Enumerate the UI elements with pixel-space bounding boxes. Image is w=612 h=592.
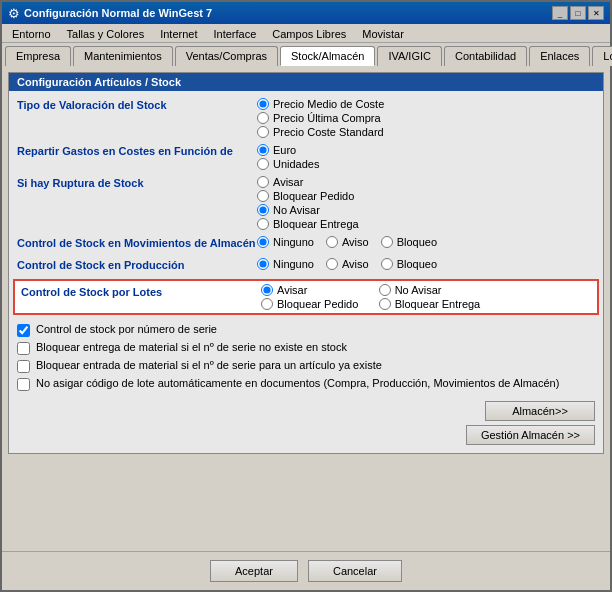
radio-bloquear-pedido[interactable] (257, 190, 269, 202)
checkbox-no-asigar[interactable] (17, 378, 30, 391)
row-lotes: Control de Stock por Lotes Avisar No Avi… (13, 279, 599, 315)
maximize-button[interactable]: □ (570, 6, 586, 20)
label-ruptura: Si hay Ruptura de Stock (17, 176, 257, 189)
checkbox-row-1[interactable]: Control de stock por número de serie (17, 323, 595, 337)
option-no-avisar-lotes[interactable]: No Avisar (379, 284, 481, 296)
menu-entorno[interactable]: Entorno (4, 26, 59, 42)
option-pmc[interactable]: Precio Medio de Coste (257, 98, 384, 110)
label-bloqueo1: Bloqueo (397, 236, 437, 248)
app-icon: ⚙ (8, 6, 20, 21)
radio-avisar[interactable] (257, 176, 269, 188)
bottom-bar: Aceptar Cancelar (2, 551, 610, 590)
label-gastos: Repartir Gastos en Costes en Función de (17, 144, 257, 157)
radio-bloqueo2[interactable] (381, 258, 393, 270)
tab-iva-igic[interactable]: IVA/IGIC (377, 46, 442, 66)
option-bloquear-entrega[interactable]: Bloquear Entrega (257, 218, 359, 230)
radio-ninguno2[interactable] (257, 258, 269, 270)
radio-bloqueo1[interactable] (381, 236, 393, 248)
option-ninguno2[interactable]: Ninguno (257, 258, 314, 270)
tab-enlaces[interactable]: Enlaces (529, 46, 590, 66)
options-lotes: Avisar No Avisar Bloquear Pedido Bl (261, 284, 480, 310)
checkbox-row-4[interactable]: No asigar código de lote automáticamente… (17, 377, 595, 391)
checkbox-bloquear-entrada[interactable] (17, 360, 30, 373)
row-valoracion: Tipo de Valoración del Stock Precio Medi… (9, 95, 603, 141)
cancelar-button[interactable]: Cancelar (308, 560, 402, 582)
option-ninguno1[interactable]: Ninguno (257, 236, 314, 248)
radio-aviso1[interactable] (326, 236, 338, 248)
minimize-button[interactable]: _ (552, 6, 568, 20)
option-avisar[interactable]: Avisar (257, 176, 359, 188)
checkbox-bloquear-entrega[interactable] (17, 342, 30, 355)
radio-aviso2[interactable] (326, 258, 338, 270)
label-lotes: Control de Stock por Lotes (21, 284, 261, 298)
option-bloquear-pedido[interactable]: Bloquear Pedido (257, 190, 359, 202)
window-title: Configuración Normal de WinGest 7 (24, 7, 212, 19)
checkbox-section: Control de stock por número de serie Blo… (9, 317, 603, 397)
radio-euro[interactable] (257, 144, 269, 156)
radio-ninguno1[interactable] (257, 236, 269, 248)
option-bloquear-entrega-lotes[interactable]: Bloquear Entrega (379, 298, 481, 310)
tab-stock-almacen[interactable]: Stock/Almacén (280, 46, 375, 66)
label-no-avisar: No Avisar (273, 204, 320, 216)
radio-pmc[interactable] (257, 98, 269, 110)
option-bloqueo2[interactable]: Bloqueo (381, 258, 437, 270)
option-aviso1[interactable]: Aviso (326, 236, 369, 248)
radio-bloquear-pedido-lotes[interactable] (261, 298, 273, 310)
radio-no-avisar-lotes[interactable] (379, 284, 391, 296)
tab-ventas-compras[interactable]: Ventas/Compras (175, 46, 278, 66)
label-no-avisar-lotes: No Avisar (395, 284, 442, 296)
radio-pcs[interactable] (257, 126, 269, 138)
row-ruptura: Si hay Ruptura de Stock Avisar Bloquear … (9, 173, 603, 233)
label-unidades: Unidades (273, 158, 319, 170)
close-button[interactable]: ✕ (588, 6, 604, 20)
label-aviso1: Aviso (342, 236, 369, 248)
label-bloquear-entrega-lotes: Bloquear Entrega (395, 298, 481, 310)
label-ninguno1: Ninguno (273, 236, 314, 248)
gestion-almacen-button[interactable]: Gestión Almacén >> (466, 425, 595, 445)
option-puc[interactable]: Precio Última Compra (257, 112, 384, 124)
radio-bloquear-entrega-lotes[interactable] (379, 298, 391, 310)
menu-movistar[interactable]: Movistar (354, 26, 412, 42)
menu-interface[interactable]: Interface (205, 26, 264, 42)
label-movimientos: Control de Stock en Movimientos de Almac… (17, 236, 257, 249)
label-pcs: Precio Coste Standard (273, 126, 384, 138)
title-bar: ⚙ Configuración Normal de WinGest 7 _ □ … (2, 2, 610, 24)
row-movimientos: Control de Stock en Movimientos de Almac… (9, 233, 603, 255)
menu-internet[interactable]: Internet (152, 26, 205, 42)
tab-contabilidad[interactable]: Contabilidad (444, 46, 527, 66)
checkbox-serie[interactable] (17, 324, 30, 337)
option-pcs[interactable]: Precio Coste Standard (257, 126, 384, 138)
radio-bloquear-entrega[interactable] (257, 218, 269, 230)
option-no-avisar[interactable]: No Avisar (257, 204, 359, 216)
menu-campos[interactable]: Campos Libres (264, 26, 354, 42)
title-bar-left: ⚙ Configuración Normal de WinGest 7 (8, 6, 212, 21)
option-avisar-lotes[interactable]: Avisar (261, 284, 363, 296)
option-unidades[interactable]: Unidades (257, 158, 319, 170)
row-gastos: Repartir Gastos en Costes en Función de … (9, 141, 603, 173)
tab-empresa[interactable]: Empresa (5, 46, 71, 66)
section-content: Tipo de Valoración del Stock Precio Medi… (9, 91, 603, 453)
radio-unidades[interactable] (257, 158, 269, 170)
option-euro[interactable]: Euro (257, 144, 319, 156)
tab-mantenimientos[interactable]: Mantenimientos (73, 46, 173, 66)
option-bloquear-pedido-lotes[interactable]: Bloquear Pedido (261, 298, 363, 310)
menu-tallas[interactable]: Tallas y Colores (59, 26, 153, 42)
almacen-button[interactable]: Almacén>> (485, 401, 595, 421)
label-ninguno2: Ninguno (273, 258, 314, 270)
title-bar-buttons: _ □ ✕ (552, 6, 604, 20)
options-movimientos: Ninguno Aviso Bloqueo (257, 236, 437, 248)
content-area: Configuración Artículos / Stock Tipo de … (2, 66, 610, 551)
options-valoracion: Precio Medio de Coste Precio Última Comp… (257, 98, 384, 138)
option-aviso2[interactable]: Aviso (326, 258, 369, 270)
option-bloqueo1[interactable]: Bloqueo (381, 236, 437, 248)
radio-avisar-lotes[interactable] (261, 284, 273, 296)
label-produccion: Control de Stock en Producción (17, 258, 257, 271)
radio-no-avisar[interactable] (257, 204, 269, 216)
label-avisar-lotes: Avisar (277, 284, 307, 296)
radio-puc[interactable] (257, 112, 269, 124)
label-valoracion: Tipo de Valoración del Stock (17, 98, 257, 111)
tab-logotipo[interactable]: Logotipo (592, 46, 612, 66)
checkbox-row-2[interactable]: Bloquear entrega de material si el nº de… (17, 341, 595, 355)
checkbox-row-3[interactable]: Bloquear entrada de material si el nº de… (17, 359, 595, 373)
aceptar-button[interactable]: Aceptar (210, 560, 298, 582)
